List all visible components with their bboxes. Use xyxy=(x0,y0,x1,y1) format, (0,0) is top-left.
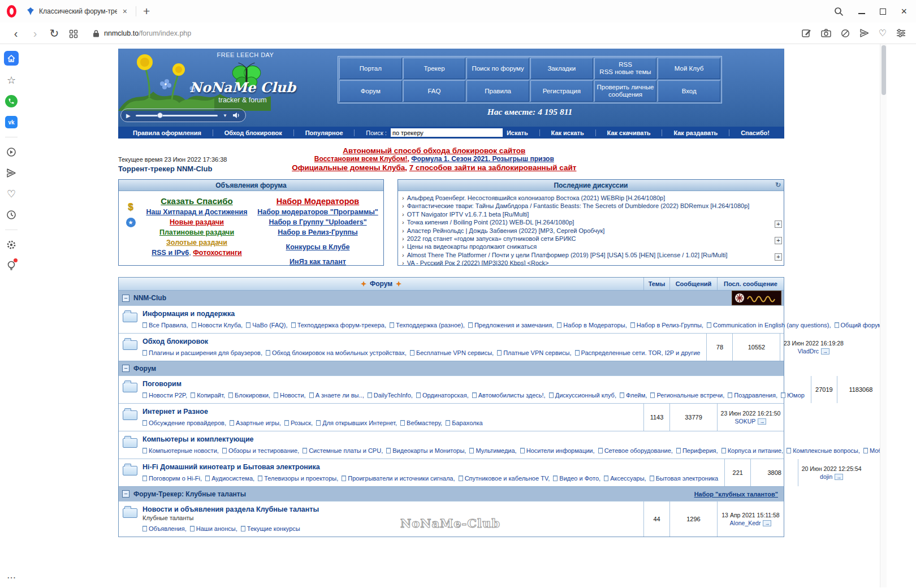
section-title[interactable]: Форум xyxy=(133,365,156,373)
section-link[interactable]: Набор "клубных талантов" xyxy=(694,491,781,498)
subforum-link[interactable]: Азартные игры xyxy=(236,420,279,426)
subforum-link[interactable]: Объявления xyxy=(149,525,185,532)
history-clock-icon[interactable] xyxy=(5,209,18,221)
my-flow-icon[interactable] xyxy=(859,28,869,38)
hot-link[interactable]: Официальные домены Клуба xyxy=(292,163,405,172)
refresh-icon[interactable]: ↻ xyxy=(775,181,781,189)
discussion-link[interactable]: Almost There The Platformer / Почти у це… xyxy=(407,252,728,258)
search-submit-button[interactable]: Искать xyxy=(507,129,528,136)
site-logo[interactable]: NoNaMe Club tracker & forum xyxy=(178,79,308,104)
subforum-link[interactable]: Автомобилисты здесь! xyxy=(478,392,544,399)
minimize-button[interactable] xyxy=(858,13,865,14)
play-button[interactable]: ▶ xyxy=(126,113,131,119)
announcement-link[interactable]: RSS и IPv6 xyxy=(152,249,189,257)
search-icon[interactable] xyxy=(834,7,844,16)
subforum-link[interactable]: Платные VPN сервисы xyxy=(503,349,569,356)
subforum-link[interactable]: Поговорим о Hi-Fi xyxy=(149,475,200,482)
hot-link[interactable]: Восстановим всем Клубом! xyxy=(314,155,408,163)
forward-icon[interactable]: › xyxy=(26,28,44,39)
announcement-link[interactable]: Набор в Релиз-Группы xyxy=(278,228,357,236)
back-icon[interactable]: ‹ xyxy=(7,28,25,39)
nav-button[interactable]: Форум xyxy=(339,80,402,102)
subforum-link[interactable]: Бытовая электроника xyxy=(656,475,719,482)
favorites-heart-icon[interactable]: ♡ xyxy=(5,188,18,200)
maximize-button[interactable] xyxy=(880,8,886,15)
subforum-link[interactable]: Розыск xyxy=(291,420,311,426)
announcement-link[interactable]: Набор Модераторов xyxy=(276,197,360,206)
announcement-link[interactable]: Сказать Спасибо xyxy=(161,196,232,206)
subforum-link[interactable]: Сетевое оборудование xyxy=(604,447,671,454)
subforum-link[interactable]: Поздравления xyxy=(734,392,776,399)
forum-title[interactable]: Hi-Fi Домашний кинотеатр и Бытовая элект… xyxy=(142,463,720,471)
tracker-search-input[interactable] xyxy=(391,128,503,137)
discussion-link[interactable]: Аластер Рейнольдс | Дождь Забвения (2022… xyxy=(407,227,605,234)
subforum-link[interactable]: Копирайт xyxy=(197,392,223,399)
goto-last-post-icon[interactable]: → xyxy=(835,474,843,480)
subforum-link[interactable]: Новости Клуба xyxy=(198,322,241,328)
forum-title[interactable]: Обход блокировок xyxy=(142,338,702,345)
subforum-link[interactable]: Плагины и расширения для браузеров xyxy=(149,349,261,356)
subnav-link[interactable]: Как скачивать xyxy=(607,129,651,136)
subforum-link[interactable]: DailyTechInfo xyxy=(374,392,411,399)
subnav-link[interactable]: Правила оформления xyxy=(133,129,201,136)
subforum-link[interactable]: Ординаторская xyxy=(422,392,467,399)
subforum-link[interactable]: Новости P2P xyxy=(149,392,185,399)
speed-dial-home-icon[interactable] xyxy=(4,51,19,66)
announcement-link[interactable]: ИнЯз как талант xyxy=(290,258,346,266)
url-field[interactable]: nnmclub.to/forum/index.php xyxy=(84,29,801,37)
subforum-link[interactable]: Проигрыватели и источники сигнала xyxy=(348,475,453,482)
subforum-link[interactable]: Мультимедиа xyxy=(476,447,515,454)
nav-button[interactable]: Мой Клуб xyxy=(658,58,720,79)
sidebar-more-icon[interactable]: ⋯ xyxy=(7,572,16,583)
section-banner-image[interactable] xyxy=(732,291,781,305)
subforum-link[interactable]: А знаете ли вы.. xyxy=(316,392,362,399)
subnav-link[interactable]: Как раздавать xyxy=(673,129,718,136)
subforum-link[interactable]: Видео и Фото xyxy=(559,475,599,482)
announcement-link[interactable]: Конкурсы в Клубе xyxy=(286,243,350,251)
subforum-link[interactable]: Вебмастеру xyxy=(407,420,440,426)
announcement-link[interactable]: Фотохостинги xyxy=(193,249,242,257)
expand-discussion-button[interactable]: + xyxy=(775,237,782,244)
last-post-user[interactable]: VladDrc xyxy=(798,348,819,354)
subforum-link[interactable]: Корпуса и питание xyxy=(728,447,781,454)
discussion-link[interactable]: Альфред Розенберг. Несостоявшийся колони… xyxy=(407,194,666,201)
vk-icon[interactable]: vk xyxy=(5,116,18,128)
subnav-link[interactable]: Обход блокировок xyxy=(224,129,282,136)
scrollbar-thumb[interactable] xyxy=(882,45,886,95)
player-icon[interactable] xyxy=(5,146,18,158)
subforum-link[interactable]: Телевизоры и проекторы xyxy=(264,475,336,482)
subforum-link[interactable]: Распределенные сети. TOR, I2P и другие xyxy=(581,349,701,356)
collapse-section-icon[interactable]: − xyxy=(122,365,129,372)
subforum-link[interactable]: Техподдержка форум-трекера xyxy=(297,322,384,328)
hot-link[interactable]: Формула 1. Сезон 2021. Розыгрыш призов xyxy=(411,155,554,163)
sidebar-setup-icon[interactable] xyxy=(896,29,906,37)
bookmark-heart-icon[interactable]: ♡ xyxy=(879,28,887,38)
nav-button[interactable]: Правила xyxy=(466,80,529,102)
collapse-section-icon[interactable]: − xyxy=(122,490,129,498)
hot-link[interactable]: 7 способов зайти на заблокированный сайт xyxy=(409,163,577,172)
subforum-link[interactable]: Компьютерные новости xyxy=(149,447,217,454)
nav-button[interactable]: FAQ xyxy=(403,80,466,102)
nav-button[interactable]: Регистрация xyxy=(530,80,593,102)
goto-last-post-icon[interactable]: → xyxy=(763,520,771,526)
last-post-user[interactable]: Alone_Kedr xyxy=(730,520,761,526)
subforum-link[interactable]: Носители информации xyxy=(526,447,593,454)
discussion-link[interactable]: OTT Navigator IPTV v1.6.7.1 beta [Ru/Mul… xyxy=(407,211,529,218)
new-tab-button[interactable]: + xyxy=(140,6,153,17)
forum-title[interactable]: Компьютеры и комплектующие xyxy=(142,435,880,443)
forum-title[interactable]: Новости и объявления раздела Клубные тал… xyxy=(142,505,639,513)
expand-discussion-button[interactable]: + xyxy=(775,253,782,261)
subforum-link[interactable]: Набор в Модераторы xyxy=(563,322,625,328)
subforum-link[interactable]: Наши анонсы xyxy=(196,525,236,532)
speed-dial-grid-icon[interactable] xyxy=(64,28,83,39)
browser-tab[interactable]: Классический форум-трек... × xyxy=(24,0,132,23)
opera-logo-icon[interactable] xyxy=(7,5,16,18)
subforum-link[interactable]: Периферия xyxy=(682,447,716,454)
section-title[interactable]: Форум-Трекер: Клубные таланты xyxy=(133,490,246,498)
star-badge-icon[interactable]: ★ xyxy=(126,218,136,227)
announcement-link[interactable]: Платиновые раздачи xyxy=(159,228,234,236)
subforum-link[interactable]: Флейм xyxy=(626,392,645,399)
subnav-link[interactable]: Спасибо! xyxy=(741,129,770,136)
expand-discussion-button[interactable]: + xyxy=(775,220,782,228)
page-scrollbar[interactable] xyxy=(880,44,887,587)
